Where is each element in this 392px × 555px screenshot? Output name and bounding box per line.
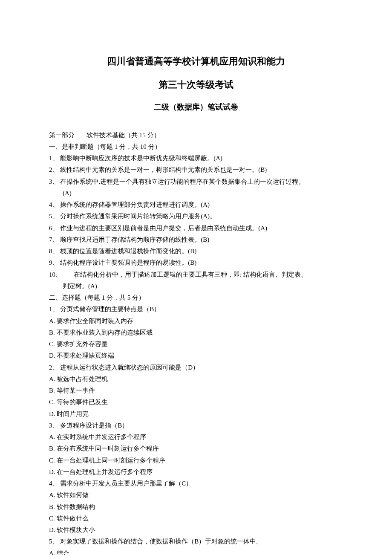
part1-suffix: 软件技术基础（共 15 分） [86,132,160,139]
tf-item: 3、 在操作系统中,进程是一个具有独立运行功能的程序在某个数据集合上的一次运行过… [49,176,343,187]
tf-item: 6、 作业与进程的主要区别是前者是由用户提交，后者是由系统自动生成。(A) [49,223,343,234]
tf-item-cont: 判定树。(A) [49,280,343,292]
tf-item10-prefix: 10、 [49,271,62,278]
mc-option: D. 时间片用完 [49,408,343,419]
section2-header: 二、选择题（每题 1 分，共 5 分） [49,292,343,303]
mc-option: D. 在一台处理机上并发运行多个程序 [49,466,343,477]
mc-option: C. 软件做什么 [49,513,343,524]
mc-option: A. 在实时系统中并发运行多个程序 [49,431,343,442]
mc-option: D. 不要求处理缺页终端 [49,350,343,361]
mc-option: C. 要求扩充外存容量 [49,338,343,350]
mc-question: 3、 多道程序设计是指（B） [49,420,343,431]
tf-item: 2、 线性结构中元素的关系是一对一，树形结构中元素的关系也是一对一。(B) [49,164,343,175]
mc-option: A. 软件如何做 [49,489,343,500]
tf-item: 1、 能影响中断响应次序的技术是中断优先级和终端屏蔽。(A) [49,153,343,164]
mc-option: D. 软件模块大小 [49,524,343,535]
mc-option: A. 结合 [49,548,343,555]
title-sub: 第三十次等级考试 [49,77,343,93]
part1-prefix: 第一部分 [49,132,75,139]
part1-header: 第一部分软件技术基础（共 15 分） [49,130,343,141]
tf-item10-text: 在结构化分析中，用于描述加工逻辑的主要工具有三种，即: 结构化语言、判定表、 [74,271,307,278]
tf-item: 10、在结构化分析中，用于描述加工逻辑的主要工具有三种，即: 结构化语言、判定表… [49,269,343,280]
title-main: 四川省普通高等学校计算机应用知识和能力 [49,53,343,70]
tf-item: 9、 结构化程序设计主要强调的是程序的易读性。(B) [49,257,343,268]
mc-option: B. 在分布系统中同一时刻运行多个程序 [49,443,343,454]
mc-option: A. 被选中占有处理机 [49,373,343,384]
mc-question: 5、 对象实现了数据和操作的结合，使数据和操作（B）于对象的统一体中。 [49,536,343,547]
tf-item: 7、 顺序查找只适用于存储结构为顺序存储的线性表。(B) [49,234,343,245]
tf-item: 5、 分时操作系统通常采用时间片轮转策略为用户服务(A)。 [49,211,343,222]
mc-question: 4、 需求分析中开发人员主要从用户那里了解（C） [49,478,343,489]
mc-option: C. 在一台处理机上同一时刻运行多个程序 [49,455,343,466]
mc-option: A. 要求作业全部同时装入内存 [49,315,343,327]
tf-item: 8、 栈顶的位置是随着进栈和退栈操作而变化的。(B) [49,246,343,257]
mc-option: B. 软件数据结构 [49,501,343,512]
mc-option: B. 等待某一事件 [49,385,343,396]
mc-option: B. 不要求作业装入到内存的连续区域 [49,327,343,338]
mc-question: 1、 分页式储存管理的主要特点是（B） [49,304,343,315]
mc-option: C. 等待的事件已发生 [49,396,343,408]
tf-item: 4、 操作系统的存储器管理部分负责对进程进行调度。(A) [49,199,343,210]
tf-item-cont: (A) [49,188,343,199]
title-paper: 二级（数据库）笔试试卷 [49,101,343,114]
section1-header: 一、是非判断题（每题 1 分，共 10 分） [49,141,343,152]
mc-question: 2、 进程从运行状态进入就绪状态的原因可能是（D） [49,362,343,373]
